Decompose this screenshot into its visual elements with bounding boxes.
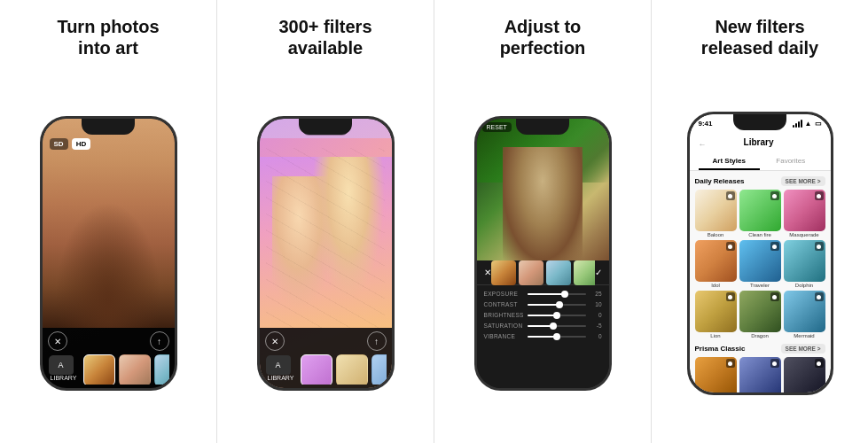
screen4-content: Daily Releases SEE MORE > Baloon: [690, 171, 831, 392]
see-more-daily[interactable]: SEE MORE >: [781, 176, 825, 186]
vibrance-thumb[interactable]: [553, 333, 560, 340]
filter-img-dolphin[interactable]: [784, 240, 825, 282]
brightness-thumb[interactable]: [553, 312, 560, 319]
close-icon[interactable]: ✕: [48, 331, 67, 351]
filter-badge-baloon: [726, 191, 735, 200]
saturation-track[interactable]: [528, 325, 586, 327]
filter-item-gothic: Gothic: [784, 357, 825, 392]
phone-screen-4: 9:41 ▲ ▭: [690, 114, 831, 392]
filter-img-mermaid[interactable]: [784, 291, 825, 332]
phone-screen-2: SD HD: [260, 119, 392, 388]
filter-item-compositor: Compositor: [739, 357, 781, 392]
filter-thota[interactable]: [119, 354, 151, 385]
brightness-track[interactable]: [528, 315, 586, 316]
man-portrait: [43, 119, 175, 328]
mini-filter-2[interactable]: [519, 260, 543, 285]
close-icon-2[interactable]: ✕: [265, 331, 285, 351]
screen3-controls: EXPOSURE 25 CONTRAST: [477, 285, 609, 388]
panel-2-title: 300+ filters available: [278, 16, 371, 62]
screen1: SD HD ✕ ↑: [43, 119, 175, 388]
filter-img-lion[interactable]: [695, 291, 737, 332]
filter-extra[interactable]: [371, 354, 387, 385]
exposure-value: 25: [590, 291, 602, 297]
exposure-track[interactable]: [528, 293, 586, 295]
mini-filter-4[interactable]: [574, 260, 595, 285]
vibrance-track[interactable]: [528, 336, 586, 338]
sd-badge-1[interactable]: SD: [50, 138, 68, 150]
cancel-icon[interactable]: ✕: [484, 268, 491, 277]
title-line1-p4: New filters: [715, 17, 804, 36]
daily-releases-grid: Baloon Clean fire: [695, 190, 825, 338]
filter-strip-1: A LIBRARY: [48, 354, 169, 385]
filter-head[interactable]: [83, 354, 115, 385]
filter-img-idol[interactable]: [695, 240, 737, 282]
prisma-classic-header: Prisma Classic SEE MORE >: [695, 344, 825, 354]
back-arrow[interactable]: ←: [699, 140, 707, 149]
signal-bar-4: [801, 120, 802, 128]
screen1-photo: [43, 119, 175, 328]
signal-bar-3: [798, 121, 800, 128]
wifi-icon: ▲: [805, 120, 812, 128]
reset-button[interactable]: RESET: [482, 122, 512, 132]
contrast-track[interactable]: [528, 304, 586, 306]
phone-4: 9:41 ▲ ▭: [687, 112, 833, 395]
filter-badge-dolphin: [815, 242, 824, 251]
filter-badge-dragon: [770, 292, 779, 301]
library-thumb-2[interactable]: A LIBRARY: [265, 354, 297, 385]
library-icon[interactable]: A: [49, 355, 74, 375]
filter-item-thota: Thota Vaikuntam: [695, 357, 737, 392]
contrast-slider[interactable]: CONTRAST 10: [484, 301, 602, 307]
tab-favorites[interactable]: Favorites: [760, 153, 822, 170]
screen1-bottom: ✕ ↑ A LIBRARY: [43, 328, 175, 388]
filter-name-masquerade: Masquerade: [789, 232, 818, 237]
tab-art-styles[interactable]: Art Styles: [699, 153, 761, 170]
filter-img-compositor[interactable]: [739, 357, 781, 392]
screen4: 9:41 ▲ ▭: [690, 114, 831, 392]
vibrance-slider[interactable]: VIBRANCE 0: [484, 333, 602, 339]
panel-2: 300+ filters available SD HD: [217, 0, 434, 443]
phone-2: SD HD: [257, 116, 395, 391]
filter-img-traveler[interactable]: [739, 240, 781, 282]
share-icon[interactable]: ↑: [150, 331, 169, 351]
brightness-slider[interactable]: BRIGHTNESS 0: [484, 312, 602, 318]
filter-item-mermaid: Mermaid: [784, 291, 825, 338]
prisma-classic-grid: Thota Vaikuntam Compositor: [695, 357, 825, 392]
filter-flora[interactable]: [154, 354, 169, 385]
filter-flora-2[interactable]: [336, 354, 368, 385]
contrast-thumb[interactable]: [556, 301, 563, 308]
phone-3: RESET ✕ ✓: [474, 116, 612, 391]
filter-img-baloon[interactable]: [695, 190, 737, 231]
woman-portrait: [477, 119, 609, 260]
filter-img-clean[interactable]: [739, 190, 781, 231]
filter-img-thota[interactable]: [695, 357, 737, 392]
filter-name-dolphin: Dolphin: [795, 283, 813, 288]
exposure-slider[interactable]: EXPOSURE 25: [484, 291, 602, 297]
filter-item-dolphin: Dolphin: [784, 240, 825, 288]
mini-filter-1[interactable]: [491, 260, 516, 285]
filter-badge-clean: [770, 191, 779, 200]
filter-img-dragon[interactable]: [739, 291, 781, 332]
filter-item-dragon: Dragon: [739, 291, 781, 338]
exposure-thumb[interactable]: [561, 291, 568, 298]
filter-img-gothic[interactable]: [784, 357, 825, 392]
share-icon-2[interactable]: ↑: [367, 331, 387, 351]
filter-img-masquerade[interactable]: [784, 190, 825, 231]
vibrance-value: 0: [590, 333, 602, 339]
filter-item-baloon: Baloon: [695, 190, 737, 237]
phone-wrapper-4: 9:41 ▲ ▭: [661, 73, 859, 434]
hd-badge-1[interactable]: HD: [72, 138, 91, 150]
library-thumb[interactable]: A LIBRARY: [48, 354, 80, 385]
filter-badge-traveler: [770, 242, 779, 251]
filter-frangipane[interactable]: [301, 354, 332, 385]
saturation-slider[interactable]: SATURATION -5: [484, 323, 602, 329]
mini-filter-3[interactable]: [546, 260, 571, 285]
saturation-thumb[interactable]: [550, 323, 557, 330]
contrast-label: CONTRAST: [484, 301, 524, 307]
see-more-prisma[interactable]: SEE MORE >: [781, 344, 825, 354]
filter-badge-idol: [726, 242, 735, 251]
filter-badge-thota: [726, 359, 735, 368]
daily-releases-section: Daily Releases SEE MORE > Baloon: [695, 176, 825, 338]
library-icon-2[interactable]: A: [266, 355, 291, 375]
confirm-icon[interactable]: ✓: [595, 268, 602, 277]
filter-item-lion: Lion: [695, 291, 737, 338]
